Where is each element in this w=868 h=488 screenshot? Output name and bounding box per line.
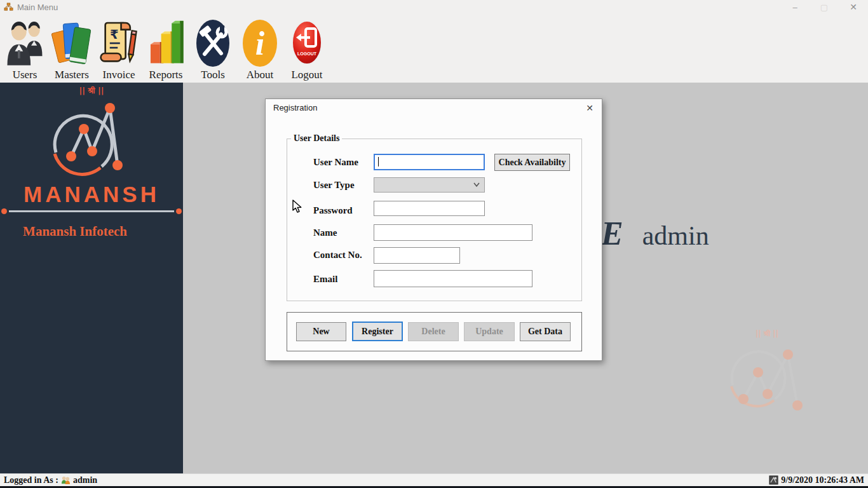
sidebar-brand-panel: || श्री || MANANSH Manansh Infotech xyxy=(0,83,183,473)
check-availability-button[interactable]: Check Availabilty xyxy=(494,154,570,171)
toolbar-item-tools[interactable]: Tools xyxy=(189,14,236,83)
email-input[interactable] xyxy=(374,270,532,287)
contact-no-input[interactable] xyxy=(374,247,460,264)
name-label: Name xyxy=(313,227,337,238)
info-icon: i xyxy=(238,18,282,69)
user-type-label: User Type xyxy=(313,180,355,191)
text-caret xyxy=(378,157,379,166)
new-button[interactable]: New xyxy=(296,322,346,341)
manansh-logo-icon xyxy=(0,102,183,191)
minimize-button[interactable]: – xyxy=(780,0,810,14)
status-datetime: 9/9/2020 10:26:43 AM xyxy=(781,475,864,485)
user-name-label: User Name xyxy=(313,157,358,168)
status-right: 9/9/2020 10:26:43 AM xyxy=(769,475,864,485)
action-button-panel: New Register Delete Update Get Data xyxy=(287,312,582,351)
hammer-wrench-icon xyxy=(191,18,235,69)
name-input[interactable] xyxy=(374,224,532,241)
window-title: Main Menu xyxy=(17,3,58,12)
watermark-shree-text: || श्री || xyxy=(666,329,868,338)
books-icon xyxy=(50,18,94,69)
delete-button[interactable]: Delete xyxy=(408,322,459,341)
toolbar-item-about[interactable]: i About xyxy=(236,14,283,83)
welcome-text: E admin xyxy=(601,215,709,252)
toolbar-item-masters[interactable]: Masters xyxy=(48,14,95,83)
toolbar-item-users[interactable]: Users xyxy=(1,14,48,83)
status-bar: Logged in As : admin 9/9/2020 10:26:43 A… xyxy=(0,473,868,488)
user-status-icon xyxy=(61,476,71,485)
welcome-username: admin xyxy=(642,220,709,251)
users-icon xyxy=(3,18,47,69)
email-label: Email xyxy=(313,274,337,285)
watermark-logo-icon xyxy=(666,341,868,473)
dialog-title: Registration xyxy=(273,103,317,112)
brand-divider xyxy=(9,210,174,212)
welcome-partial-letter: E xyxy=(601,215,623,252)
mouse-cursor-icon xyxy=(292,200,304,214)
svg-text:LOGOUT: LOGOUT xyxy=(297,51,317,56)
user-type-dropdown[interactable] xyxy=(374,177,485,193)
svg-text:i: i xyxy=(255,25,265,62)
app-icon xyxy=(4,3,13,12)
watermark: || श्री || MANANSH INFOTECH PVT. LTD xyxy=(666,329,868,338)
svg-text:₹: ₹ xyxy=(110,27,119,42)
logout-icon: LOGOUT xyxy=(285,18,329,69)
status-username: admin xyxy=(73,475,97,485)
user-name-input[interactable] xyxy=(374,154,485,170)
toolbar-label-reports: Reports xyxy=(149,69,183,83)
main-toolbar: Users Masters xyxy=(0,14,868,83)
toolbar-label-invoice: Invoice xyxy=(103,69,135,83)
toolbar-item-invoice[interactable]: ₹ Invoice xyxy=(95,14,142,83)
register-button[interactable]: Register xyxy=(352,322,403,341)
bar-chart-icon xyxy=(144,18,188,69)
password-label: Password xyxy=(313,205,353,216)
brand-name: MANANSH xyxy=(0,182,183,207)
toolbar-label-logout: Logout xyxy=(291,69,322,83)
close-button[interactable]: ✕ xyxy=(839,0,868,14)
window-titlebar: Main Menu – ▢ ✕ xyxy=(0,0,868,14)
toolbar-label-masters: Masters xyxy=(55,69,89,83)
toolbar-label-tools: Tools xyxy=(201,69,225,83)
status-left: Logged in As : admin xyxy=(4,475,97,485)
update-button[interactable]: Update xyxy=(464,322,515,341)
password-input[interactable] xyxy=(374,201,485,216)
divider-dot-left xyxy=(1,208,7,214)
registration-dialog: Registration ✕ User Details User Name Ch… xyxy=(265,98,602,361)
shree-text: || श्री || xyxy=(0,86,183,96)
invoice-scroll-icon: ₹ xyxy=(97,18,141,69)
contact-no-label: Contact No. xyxy=(313,250,362,261)
dialog-close-button[interactable]: ✕ xyxy=(584,102,595,114)
toolbar-label-users: Users xyxy=(13,69,37,83)
toolbar-item-reports[interactable]: Reports xyxy=(142,14,189,83)
datetime-icon xyxy=(769,475,778,485)
chevron-down-icon xyxy=(473,180,480,188)
toolbar-label-about: About xyxy=(247,69,274,83)
groupbox-title: User Details xyxy=(291,133,342,144)
brand-subtitle: Manansh Infotech xyxy=(0,224,150,240)
logged-in-label: Logged in As : xyxy=(4,475,58,485)
toolbar-item-logout[interactable]: LOGOUT Logout xyxy=(283,14,330,83)
get-data-button[interactable]: Get Data xyxy=(520,322,571,341)
divider-dot-right xyxy=(176,208,182,214)
maximize-button[interactable]: ▢ xyxy=(810,0,839,14)
